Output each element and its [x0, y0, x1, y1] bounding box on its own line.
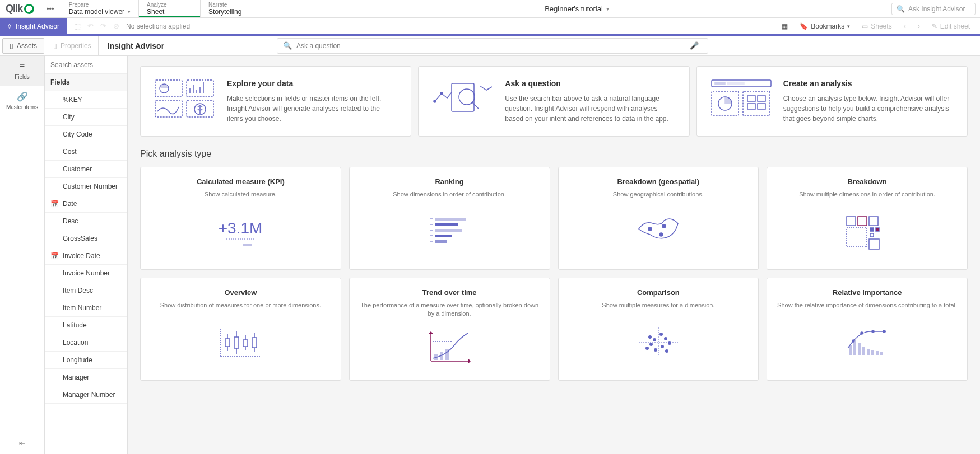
step-back-icon: ↶: [87, 22, 94, 30]
explore-illustration-icon: [154, 79, 216, 118]
assets-toggle[interactable]: ▯ Assets: [2, 38, 44, 54]
rail-fields[interactable]: ≡ Fields: [0, 56, 44, 86]
field-row[interactable]: 📅Invoice Date: [45, 247, 127, 265]
sheets-icon: ▭: [862, 22, 868, 30]
field-list[interactable]: %KEYCityCity CodeCostCustomerCustomer Nu…: [45, 91, 127, 454]
field-row[interactable]: Customer Number: [45, 178, 127, 195]
ask-question-bar[interactable]: 🔍 🎤: [277, 38, 708, 54]
svg-rect-81: [867, 349, 870, 355]
analysis-type-thumbnail-icon: +3.1M: [150, 204, 332, 259]
tab-prepare[interactable]: Prepare Data model viewer▾: [61, 0, 139, 17]
more-menu-button[interactable]: •••: [40, 4, 61, 13]
svg-rect-43: [870, 233, 874, 237]
calendar-icon: 📅: [50, 252, 58, 260]
svg-point-65: [654, 348, 657, 352]
analysis-type-thumbnail-icon: [150, 315, 332, 370]
analysis-type-thumbnail-icon: [776, 315, 958, 370]
create-illustration-icon: [710, 79, 772, 118]
svg-point-9: [434, 100, 436, 102]
field-row[interactable]: Invoice Number: [45, 265, 127, 282]
calendar-icon: 📅: [50, 200, 58, 208]
grid-icon: ▦: [782, 22, 788, 30]
svg-rect-38: [858, 217, 867, 226]
rail-master-items[interactable]: 🔗 Master items: [0, 86, 44, 116]
intro-card-ask[interactable]: Ask a question Use the search bar above …: [418, 66, 689, 137]
field-label: Customer: [63, 165, 92, 173]
analysis-type-card[interactable]: Calculated measure (KPI)Show calculated …: [140, 167, 341, 270]
intro-create-body: Choose an analysis type below. Insight A…: [783, 93, 954, 124]
tab-narrate[interactable]: Narrate Storytelling: [201, 0, 262, 17]
field-label: Date: [63, 200, 77, 208]
field-row[interactable]: 📅Date: [45, 195, 127, 213]
field-row[interactable]: Item Desc: [45, 282, 127, 299]
clear-selections-icon: ⊘: [113, 22, 119, 30]
top-search-placeholder: Ask Insight Advisor: [908, 5, 965, 13]
field-label: Latitude: [63, 321, 87, 329]
tab-narrate-label-bottom: Storytelling: [208, 8, 254, 16]
app-title[interactable]: Beginner's tutorial ▾: [262, 4, 891, 13]
nav-tabs: Prepare Data model viewer▾ Analyze Sheet…: [61, 0, 262, 17]
svg-rect-80: [862, 347, 865, 355]
field-row[interactable]: Customer: [45, 161, 127, 178]
svg-rect-54: [252, 338, 257, 348]
field-row[interactable]: City Code: [45, 126, 127, 143]
field-row[interactable]: Longitude: [45, 352, 127, 369]
collapse-rail-button[interactable]: ⇤: [12, 432, 32, 454]
app-title-text: Beginner's tutorial: [545, 4, 603, 13]
intro-card-create[interactable]: Create an analysis Choose an analysis ty…: [696, 66, 968, 137]
search-assets-input[interactable]: [50, 61, 122, 69]
analysis-type-card[interactable]: Relative importanceShow the relative imp…: [767, 278, 968, 381]
svg-rect-84: [880, 352, 883, 355]
top-search[interactable]: 🔍 Ask Insight Advisor: [891, 3, 976, 15]
analysis-type-card[interactable]: RankingShow dimensions in order of contr…: [349, 167, 550, 270]
svg-rect-58: [434, 354, 438, 360]
svg-rect-23: [243, 244, 252, 246]
intro-card-explore[interactable]: Explore your data Make selections in fie…: [140, 66, 411, 137]
analysis-type-card[interactable]: OverviewShow distribution of measures fo…: [140, 278, 341, 381]
analysis-type-thumbnail-icon: [568, 204, 750, 259]
analysis-type-desc: Show multiple dimensions in order of con…: [776, 190, 958, 199]
field-row[interactable]: Item Number: [45, 299, 127, 317]
field-row[interactable]: %KEY: [45, 91, 127, 109]
analysis-type-card[interactable]: BreakdownShow multiple dimensions in ord…: [767, 167, 968, 270]
svg-point-7: [459, 89, 475, 105]
field-row[interactable]: Manager: [45, 369, 127, 386]
field-label: %KEY: [63, 96, 82, 104]
rail-master-label: Master items: [6, 104, 38, 110]
qlik-logo[interactable]: Qlik: [0, 3, 40, 15]
bookmarks-button[interactable]: 🔖 Bookmarks ▾: [795, 20, 854, 32]
field-label: Invoice Number: [63, 269, 110, 277]
field-row[interactable]: Desc: [45, 213, 127, 230]
svg-point-35: [662, 224, 666, 228]
field-label: Longitude: [63, 356, 92, 364]
svg-point-66: [653, 338, 656, 341]
ask-question-input[interactable]: [296, 42, 681, 50]
microphone-icon[interactable]: 🎤: [686, 41, 702, 50]
bookmark-icon: 🔖: [800, 22, 808, 30]
smart-search-icon[interactable]: ⬚: [74, 22, 81, 30]
content-area: Explore your data Make selections in fie…: [128, 56, 980, 454]
field-row[interactable]: Location: [45, 334, 127, 352]
insight-advisor-button[interactable]: ◊ Insight Advisor: [0, 18, 67, 34]
search-assets[interactable]: [45, 56, 127, 74]
analysis-type-card[interactable]: Breakdown (geospatial)Show geographical …: [558, 167, 759, 270]
selections-tool-button[interactable]: ▦: [777, 20, 792, 32]
tab-analyze-label-top: Analyze: [147, 2, 192, 8]
field-row[interactable]: Cost: [45, 143, 127, 161]
analysis-type-card[interactable]: Trend over timeThe performance of a meas…: [349, 278, 550, 381]
toolbar-right: ▦ 🔖 Bookmarks ▾ ▭ Sheets ‹ › ✎ Edit shee…: [777, 20, 980, 32]
svg-point-10: [440, 92, 443, 95]
field-row[interactable]: City: [45, 109, 127, 126]
analysis-type-title: Relative importance: [776, 288, 958, 297]
sheets-label: Sheets: [871, 22, 891, 30]
field-row[interactable]: Latitude: [45, 317, 127, 334]
tab-prepare-label-bottom: Data model viewer: [69, 8, 124, 16]
field-row[interactable]: Manager Number: [45, 386, 127, 404]
analysis-type-card[interactable]: ComparisonShow multiple measures for a d…: [558, 278, 759, 381]
field-row[interactable]: GrossSales: [45, 230, 127, 247]
svg-rect-37: [847, 217, 856, 226]
chevron-down-icon: ▾: [847, 24, 850, 29]
svg-rect-48: [225, 339, 230, 347]
svg-rect-50: [234, 337, 239, 348]
tab-analyze[interactable]: Analyze Sheet: [139, 0, 201, 17]
